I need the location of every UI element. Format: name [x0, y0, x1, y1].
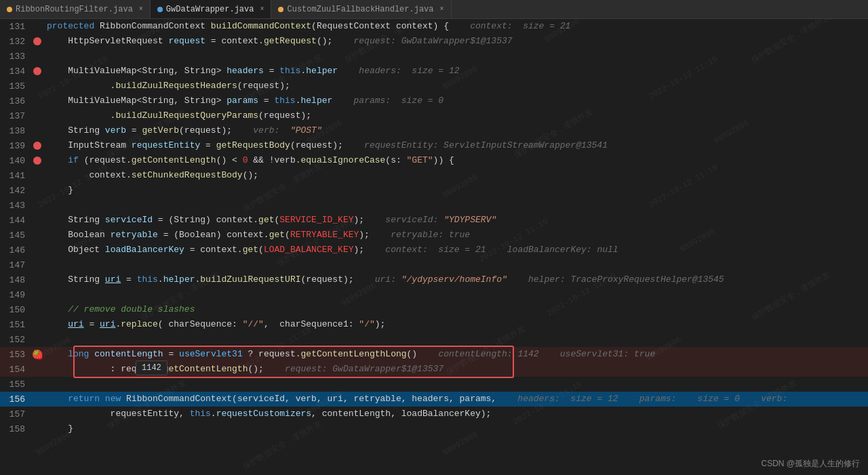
- code-line-152: 152: [0, 332, 868, 347]
- code-line-138: 138 String verb = getVerb(request); verb…: [0, 123, 868, 138]
- line-num-156: 156: [0, 394, 31, 405]
- tab-icon-customzuul: [278, 7, 283, 12]
- code-content-154: : request.getContentLength(); request: G…: [44, 362, 868, 377]
- code-line-147: 147: [0, 257, 868, 272]
- code-line-155: 155: [0, 377, 868, 392]
- code-line-133: 133: [0, 49, 868, 64]
- code-content-157: requestEntity, this.requestCustomizers, …: [44, 407, 868, 421]
- code-content-156: return new RibbonCommandContext(serviceI…: [44, 392, 868, 407]
- breakpoint-strawberry-153: 🍓: [33, 350, 42, 359]
- line-num-151: 151: [0, 320, 31, 330]
- line-num-140: 140: [0, 156, 31, 166]
- line-num-139: 139: [0, 141, 31, 151]
- gutter-132: [31, 37, 44, 45]
- code-content-141: context.setChunkedRequestBody();: [44, 168, 868, 183]
- code-line-134: 134 MultiValueMap<String, String> header…: [0, 64, 868, 79]
- code-content-146: Object loadBalancerKey = context.get(LOA…: [44, 243, 868, 257]
- tab-ribbon-routing[interactable]: RibbonRoutingFilter.java ×: [0, 0, 151, 18]
- gutter-153: 🍓: [31, 350, 44, 359]
- code-content-138: String verb = getVerb(request); verb: "P…: [44, 123, 868, 138]
- code-content-147: [44, 257, 868, 272]
- code-content-131: protected RibbonCommandContext buildComm…: [44, 19, 868, 34]
- code-area: 98092896 保护数据安全，谨慎外发 98092896 保护数据安全，谨慎外…: [0, 19, 868, 475]
- tab-gwdata[interactable]: GwDataWrapper.java ×: [151, 0, 272, 18]
- attribution: CSDN @孤独是人生的修行: [761, 458, 860, 470]
- tooltip-1142: 1142: [136, 360, 167, 375]
- code-line-156: 156 return new RibbonCommandContext(serv…: [0, 392, 868, 407]
- line-num-148: 148: [0, 275, 31, 285]
- tab-close-customzuul[interactable]: ×: [440, 5, 444, 13]
- line-num-155: 155: [0, 379, 31, 390]
- line-num-147: 147: [0, 260, 31, 270]
- code-content-132: HttpServletRequest request = context.get…: [44, 34, 868, 49]
- tab-close-gwdata[interactable]: ×: [260, 5, 264, 13]
- code-line-132: 132 HttpServletRequest request = context…: [0, 34, 868, 49]
- code-line-135: 135 .buildZuulRequestHeaders(request);: [0, 79, 868, 94]
- code-line-149: 149: [0, 287, 868, 302]
- line-num-133: 133: [0, 51, 31, 62]
- code-line-141: 141 context.setChunkedRequestBody();: [0, 168, 868, 183]
- code-content-142: }: [44, 183, 868, 198]
- line-num-138: 138: [0, 126, 31, 136]
- code-content-151: uri = uri.replace( charSequence: "//", c…: [44, 317, 868, 332]
- gutter-134: [31, 67, 44, 75]
- code-line-158: 158 }: [0, 421, 868, 436]
- code-line-143: 143: [0, 198, 868, 213]
- tab-label-customzuul: CustomZuulFallbackHandler.java: [287, 5, 433, 14]
- line-num-150: 150: [0, 305, 31, 315]
- line-num-153: 153: [0, 350, 31, 360]
- breakpoint-132: [33, 37, 41, 45]
- attribution-text: CSDN @孤独是人生的修行: [761, 459, 860, 468]
- code-line-151: 151 uri = uri.replace( charSequence: "//…: [0, 317, 868, 332]
- line-num-135: 135: [0, 81, 31, 91]
- code-content-153: long contentLength = useServlet31 ? requ…: [44, 347, 868, 362]
- code-line-142: 142 }: [0, 183, 868, 198]
- line-num-132: 132: [0, 37, 31, 47]
- line-num-154: 154: [0, 365, 31, 375]
- line-num-131: 131: [0, 22, 31, 32]
- line-num-146: 146: [0, 245, 31, 255]
- line-num-136: 136: [0, 96, 31, 106]
- line-num-144: 144: [0, 215, 31, 226]
- code-content-158: }: [44, 421, 868, 436]
- code-content-135: .buildZuulRequestHeaders(request);: [44, 79, 868, 94]
- code-content-152: [44, 332, 868, 347]
- code-content-139: InputStream requestEntity = getRequestBo…: [44, 138, 868, 153]
- code-content-137: .buildZuulRequestQueryParams(request);: [44, 108, 868, 123]
- breakpoint-134: [33, 67, 41, 75]
- line-num-137: 137: [0, 111, 31, 121]
- breakpoint-140: [33, 157, 41, 165]
- code-content-134: MultiValueMap<String, String> headers = …: [44, 64, 868, 79]
- code-line-136: 136 MultiValueMap<String, String> params…: [0, 94, 868, 108]
- code-line-154: 154 : request.getContentLength(); reques…: [0, 362, 868, 377]
- line-num-142: 142: [0, 186, 31, 196]
- code-content-143: [44, 198, 868, 213]
- line-num-152: 152: [0, 335, 31, 345]
- tab-bar: RibbonRoutingFilter.java × GwDataWrapper…: [0, 0, 868, 19]
- code-line-139: 139 InputStream requestEntity = getReque…: [0, 138, 868, 153]
- tab-customzuul[interactable]: CustomZuulFallbackHandler.java ×: [271, 0, 451, 18]
- code-content-133: [44, 49, 868, 64]
- code-line-137: 137 .buildZuulRequestQueryParams(request…: [0, 108, 868, 123]
- code-content-145: Boolean retryable = (Boolean) context.ge…: [44, 228, 868, 243]
- tab-icon-gwdata: [157, 7, 163, 12]
- code-content-148: String uri = this.helper.buildZuulReques…: [44, 272, 868, 287]
- code-line-153: 153 🍓 long contentLength = useServlet31 …: [0, 347, 868, 362]
- code-content-155: [44, 377, 868, 392]
- code-line-140: 140 if (request.getContentLength() < 0 &…: [0, 153, 868, 168]
- tab-close-ribbon[interactable]: ×: [139, 5, 143, 13]
- code-content-136: MultiValueMap<String, String> params = t…: [44, 94, 868, 108]
- line-num-157: 157: [0, 409, 31, 419]
- line-num-145: 145: [0, 230, 31, 241]
- code-content-144: String serviceId = (String) context.get(…: [44, 213, 868, 228]
- line-num-158: 158: [0, 424, 31, 434]
- gutter-140: [31, 157, 44, 165]
- code-line-145: 145 Boolean retryable = (Boolean) contex…: [0, 228, 868, 243]
- line-num-143: 143: [0, 201, 31, 211]
- code-line-146: 146 Object loadBalancerKey = context.get…: [0, 243, 868, 257]
- code-content-140: if (request.getContentLength() < 0 && !v…: [44, 153, 868, 168]
- code-line-150: 150 // remove double slashes: [0, 302, 868, 317]
- breakpoint-139: [33, 142, 41, 150]
- tooltip-value: 1142: [142, 363, 161, 373]
- tab-label-ribbon: RibbonRoutingFilter.java: [16, 5, 133, 14]
